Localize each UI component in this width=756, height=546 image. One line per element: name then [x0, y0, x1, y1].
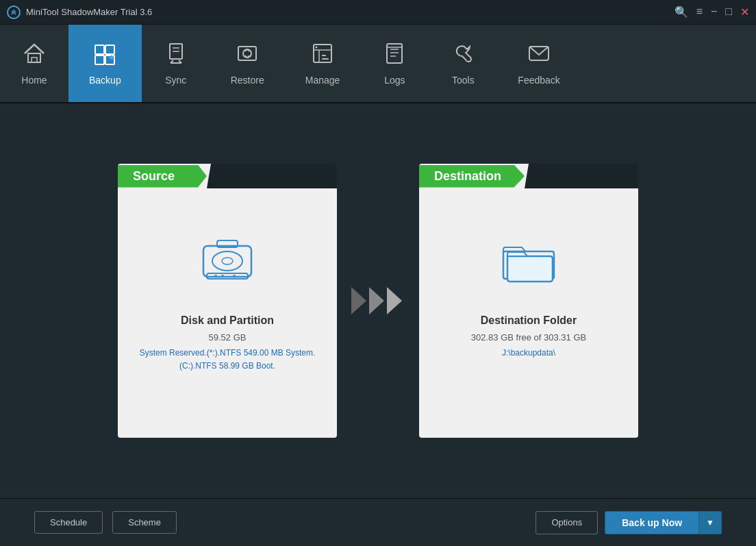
close-button[interactable]: ✕ [740, 5, 749, 18]
nav-item-backup[interactable]: Backup [68, 25, 142, 102]
svg-point-29 [214, 275, 217, 277]
bottom-bar: Schedule Scheme Options Back up Now ▼ [0, 498, 756, 546]
nav-label-manage: Manage [305, 75, 340, 86]
scheme-button[interactable]: Scheme [112, 511, 177, 534]
svg-point-26 [212, 251, 242, 271]
destination-card-size: 302.83 GB free of 303.31 GB [471, 332, 586, 343]
svg-point-31 [233, 275, 236, 277]
destination-icon-area [498, 219, 559, 301]
menu-button[interactable]: ≡ [696, 5, 703, 18]
source-card-detail: System Reserved.(*:).NTFS 549.00 MB Syst… [140, 347, 316, 373]
svg-rect-18 [322, 58, 329, 60]
nav-item-home[interactable]: Home [0, 25, 68, 102]
main-content: Source [0, 103, 756, 498]
source-header-label: Source [118, 165, 207, 188]
app-logo [7, 5, 21, 19]
nav-label-restore: Restore [231, 75, 264, 86]
nav-label-tools: Tools [452, 75, 475, 86]
svg-rect-3 [95, 45, 104, 54]
bottom-right-actions: Options Back up Now ▼ [536, 511, 722, 534]
disk-icon [197, 232, 258, 287]
nav-label-logs: Logs [384, 75, 405, 86]
nav-item-sync[interactable]: Sync [142, 25, 210, 102]
schedule-button[interactable]: Schedule [34, 511, 103, 534]
nav-label-backup: Backup [89, 75, 121, 86]
nav-item-manage[interactable]: Manage [285, 25, 361, 102]
bottom-left-actions: Schedule Scheme [34, 511, 177, 534]
nav-item-logs[interactable]: Logs [360, 25, 429, 102]
folder-icon [498, 232, 559, 287]
nav-label-home: Home [21, 75, 47, 86]
window-controls: 🔍 ≡ − □ ✕ [675, 5, 749, 18]
destination-header-stripe [525, 164, 638, 188]
nav-label-feedback: Feedback [518, 75, 559, 86]
options-button[interactable]: Options [536, 511, 598, 534]
logs-icon [382, 41, 407, 69]
nav-item-tools[interactable]: Tools [429, 25, 497, 102]
svg-rect-17 [322, 55, 326, 56]
arrow-between [337, 287, 419, 314]
svg-rect-4 [105, 45, 114, 54]
svg-point-12 [243, 49, 251, 58]
svg-point-30 [221, 275, 224, 277]
destination-header-label: Destination [419, 165, 525, 188]
svg-rect-2 [32, 58, 37, 62]
maximize-button[interactable]: □ [725, 5, 732, 18]
destination-card-title: Destination Folder [481, 314, 577, 327]
app-title: MiniTool ShadowMaker Trial 3.6 [26, 7, 675, 17]
restore-icon [235, 41, 260, 69]
navbar: Home Backup Sync [0, 25, 756, 103]
destination-card-header: Destination [419, 164, 638, 188]
source-card-size: 59.52 GB [209, 332, 247, 343]
svg-point-16 [316, 47, 318, 49]
source-card[interactable]: Source [118, 164, 337, 438]
nav-label-sync: Sync [165, 75, 186, 86]
source-header-stripe [207, 164, 337, 188]
destination-card[interactable]: Destination Destination Folder 302.83 GB… [419, 164, 638, 438]
backup-icon [92, 41, 117, 69]
destination-card-path: J:\backupdata\ [502, 347, 555, 360]
search-button[interactable]: 🔍 [675, 5, 688, 18]
title-bar: MiniTool ShadowMaker Trial 3.6 🔍 ≡ − □ ✕ [0, 0, 756, 25]
source-card-title: Disk and Partition [181, 314, 274, 327]
home-icon [22, 41, 47, 69]
backup-cards-row: Source [34, 164, 722, 438]
nav-item-feedback[interactable]: Feedback [497, 25, 580, 102]
feedback-icon [527, 41, 551, 69]
svg-point-27 [222, 258, 233, 264]
tools-icon [451, 41, 475, 69]
manage-icon [310, 41, 335, 69]
svg-rect-25 [203, 246, 251, 277]
sync-icon [164, 41, 188, 69]
svg-rect-19 [387, 44, 402, 63]
minimize-button[interactable]: − [711, 5, 717, 18]
backup-now-group: Back up Now ▼ [605, 511, 722, 534]
backup-now-button[interactable]: Back up Now [605, 511, 699, 534]
source-icon-area [197, 219, 258, 301]
svg-rect-5 [95, 55, 104, 64]
backup-now-dropdown[interactable]: ▼ [699, 511, 722, 534]
source-card-header: Source [118, 164, 337, 188]
nav-item-restore[interactable]: Restore [210, 25, 285, 102]
